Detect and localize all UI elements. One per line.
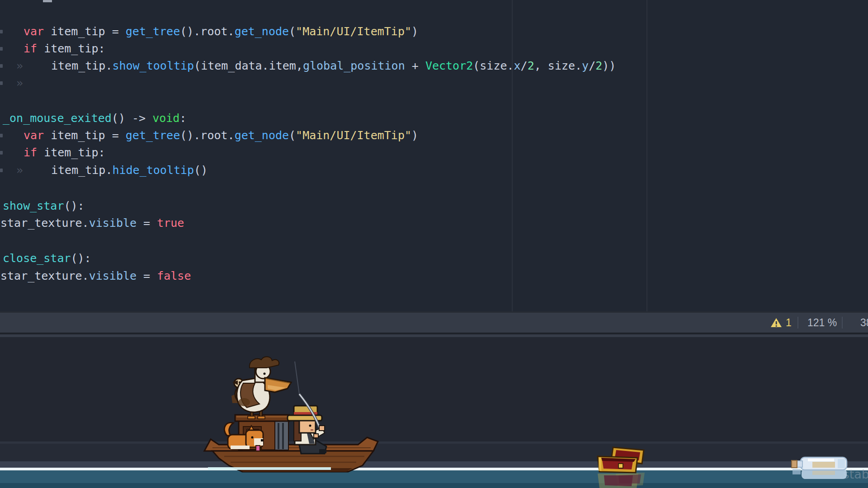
caret-position: 38: [860, 313, 868, 333]
godot-editor-window: var item_tip = get_tree().root.get_node(…: [0, 0, 868, 488]
hull-waterline-glow: [208, 467, 331, 470]
game-viewport[interactable]: .stab: [0, 333, 868, 488]
script-editor[interactable]: var item_tip = get_tree().root.get_node(…: [0, 0, 868, 311]
code-line[interactable]: var item_tip = get_tree().root.get_node(…: [0, 23, 868, 40]
tab-indicator: »: [16, 75, 23, 92]
code-layer[interactable]: var item_tip = get_tree().root.get_node(…: [0, 0, 868, 311]
warning-count: 1: [786, 317, 792, 329]
clipped-tab-indicator: [0, 134, 3, 137]
code-line[interactable]: show_star():: [0, 197, 868, 215]
statusbar-separator: [797, 317, 798, 328]
clipped-tab-indicator: [0, 47, 3, 51]
code-line[interactable]: »item_tip.hide_tooltip(): [0, 162, 868, 179]
code-line[interactable]: star_texture.visible = true: [0, 215, 868, 232]
clipped-code-fragment: [43, 0, 52, 2]
warning-icon: [770, 317, 782, 328]
game-background: [0, 333, 868, 468]
code-line[interactable]: if item_tip:: [0, 40, 868, 57]
code-line[interactable]: _on_mouse_exited() -> void:: [0, 110, 868, 127]
water: [0, 470, 868, 488]
code-line[interactable]: var item_tip = get_tree().root.get_node(…: [0, 127, 868, 144]
editor-status-bar: 1 121 % 38: [0, 311, 868, 333]
code-line[interactable]: if item_tip:: [0, 144, 868, 161]
zoom-level[interactable]: 121 %: [807, 313, 837, 333]
clipped-tab-indicator: [0, 30, 3, 33]
code-line[interactable]: star_texture.visible = false: [0, 267, 868, 285]
code-line[interactable]: »item_tip.show_tooltip(item_data.item,gl…: [0, 57, 868, 75]
statusbar-separator: [842, 317, 843, 328]
tab-indicator: »: [16, 57, 23, 75]
clipped-tab-indicator: [0, 151, 3, 155]
tab-indicator: »: [16, 162, 23, 179]
clipped-tab-indicator: [0, 81, 3, 85]
clipped-tab-indicator: [0, 64, 3, 68]
water-surface-line: [0, 468, 868, 470]
code-line[interactable]: close_star():: [0, 250, 868, 267]
clipped-tab-indicator: [0, 169, 3, 172]
code-line[interactable]: »: [0, 75, 868, 92]
warnings-indicator[interactable]: 1: [770, 313, 792, 333]
